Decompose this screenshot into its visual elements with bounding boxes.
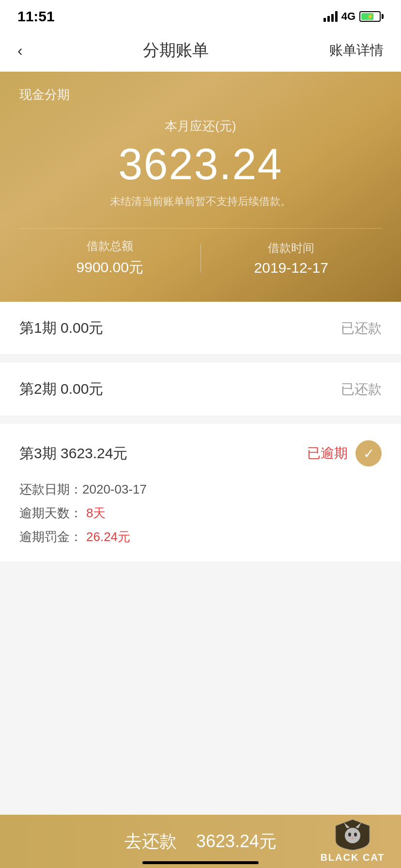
loan-total-info: 借款总额 9900.00元: [19, 238, 200, 278]
black-cat-label: BLACK CAT: [320, 852, 385, 863]
overdue-days-value: 8天: [86, 505, 106, 522]
period-3-header: 第3期 3623.24元 已逾期 ✓: [19, 440, 382, 466]
back-button[interactable]: ‹: [17, 42, 23, 60]
repay-amount: 3623.24元: [196, 831, 277, 851]
separator-2: [0, 416, 401, 424]
monthly-amount: 3623.24: [19, 140, 382, 189]
header-section: 现金分期 本月应还(元) 3623.24 未结清当前账单前暂不支持后续借款。 借…: [0, 72, 401, 302]
gray-filler: [0, 562, 401, 756]
status-icons: 4G ⚡: [324, 10, 384, 23]
overdue-fine-value: 26.24元: [86, 528, 130, 545]
status-time: 11:51: [17, 8, 55, 25]
period-2-label: 第2期 0.00元: [19, 379, 103, 399]
category-label: 现金分期: [19, 86, 382, 103]
battery-icon: ⚡: [359, 11, 384, 22]
status-bar: 11:51 4G ⚡: [0, 0, 401, 29]
notice-text: 未结清当前账单前暂不支持后续借款。: [19, 194, 382, 209]
black-cat-logo-icon: [333, 819, 372, 850]
loan-date-label: 借款时间: [201, 240, 382, 256]
network-label: 4G: [341, 10, 355, 23]
nav-bar: ‹ 分期账单 账单详情: [0, 29, 401, 72]
svg-point-0: [345, 828, 360, 843]
signal-icon: [324, 11, 338, 22]
page-title: 分期账单: [143, 39, 209, 62]
repay-space: [182, 831, 191, 851]
repay-date-label: 还款日期：2020-03-17: [19, 481, 147, 498]
period-1-status: 已还款: [341, 319, 382, 338]
repay-label: 去还款: [124, 831, 177, 851]
black-cat-watermark: BLACK CAT: [304, 790, 401, 868]
period-1-label: 第1期 0.00元: [19, 318, 103, 338]
period-3-detail: 还款日期：2020-03-17 逾期天数： 8天 逾期罚金： 26.24元: [19, 481, 382, 545]
svg-point-4: [354, 833, 357, 837]
loan-date-info: 借款时间 2019-12-17: [201, 240, 382, 276]
period-2-status: 已还款: [341, 380, 382, 399]
detail-link[interactable]: 账单详情: [329, 41, 384, 60]
repay-date-row: 还款日期：2020-03-17: [19, 481, 382, 498]
home-indicator: [142, 861, 259, 864]
svg-point-3: [348, 833, 351, 837]
period-list: 第1期 0.00元 已还款 第2期 0.00元 已还款 第3期 3623.24元…: [0, 302, 401, 562]
overdue-days-row: 逾期天数： 8天: [19, 505, 382, 522]
period-3-label: 第3期 3623.24元: [19, 444, 127, 464]
repay-button-text: 去还款 3623.24元: [124, 830, 277, 853]
period-row-3[interactable]: 第3期 3623.24元 已逾期 ✓ 还款日期：2020-03-17 逾期天数：…: [0, 424, 401, 562]
overdue-icon: ✓: [355, 440, 382, 466]
period-row-1[interactable]: 第1期 0.00元 已还款: [0, 302, 401, 355]
overdue-fine-row: 逾期罚金： 26.24元: [19, 528, 382, 545]
amount-label: 本月应还(元): [19, 118, 382, 135]
header-divider: 借款总额 9900.00元 借款时间 2019-12-17: [19, 228, 382, 278]
separator-1: [0, 355, 401, 363]
overdue-days-label: 逾期天数：: [19, 505, 82, 522]
bottom-bar[interactable]: 去还款 3623.24元 BLACK CAT: [0, 815, 401, 868]
overdue-fine-label: 逾期罚金：: [19, 528, 82, 545]
period-3-status: 已逾期: [307, 444, 348, 463]
loan-date-value: 2019-12-17: [201, 260, 382, 276]
loan-total-label: 借款总额: [19, 238, 200, 254]
loan-total-value: 9900.00元: [19, 258, 200, 278]
period-row-2[interactable]: 第2期 0.00元 已还款: [0, 363, 401, 416]
